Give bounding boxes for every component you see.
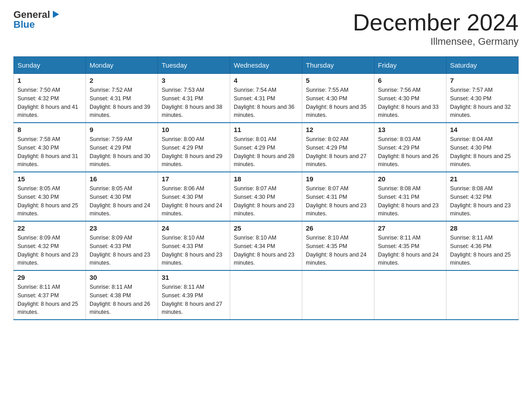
day-number: 10 [162,126,226,133]
calendar-cell: 11 Sunrise: 8:01 AMSunset: 4:29 PMDaylig… [230,123,302,172]
calendar-cell: 8 Sunrise: 7:58 AMSunset: 4:30 PMDayligh… [14,123,86,172]
col-monday: Monday [86,57,158,74]
calendar-cell: 9 Sunrise: 7:59 AMSunset: 4:29 PMDayligh… [86,123,158,172]
day-info: Sunrise: 8:02 AMSunset: 4:29 PMDaylight:… [306,136,367,167]
title-block: December 2024 Illmensee, Germany [353,9,519,47]
calendar-cell: 2 Sunrise: 7:52 AMSunset: 4:31 PMDayligh… [86,74,158,123]
day-number: 24 [162,224,226,232]
col-wednesday: Wednesday [230,57,302,74]
day-number: 7 [450,77,515,84]
day-number: 4 [234,77,298,84]
day-info: Sunrise: 8:10 AMSunset: 4:35 PMDaylight:… [306,235,367,266]
day-number: 26 [306,224,370,232]
calendar-cell: 10 Sunrise: 8:00 AMSunset: 4:29 PMDaylig… [158,123,230,172]
day-number: 11 [234,126,298,133]
day-info: Sunrise: 8:04 AMSunset: 4:30 PMDaylight:… [450,136,511,167]
day-number: 20 [378,175,442,183]
calendar-cell [230,270,302,320]
day-number: 21 [450,175,515,183]
logo-text-blue: Blue [13,19,35,30]
calendar-cell: 23 Sunrise: 8:09 AMSunset: 4:33 PMDaylig… [86,221,158,270]
day-number: 28 [450,224,515,232]
day-number: 15 [17,175,82,183]
day-number: 23 [90,224,154,232]
day-number: 29 [17,274,82,281]
day-info: Sunrise: 8:05 AMSunset: 4:30 PMDaylight:… [90,185,150,217]
day-number: 22 [17,224,82,232]
day-info: Sunrise: 7:59 AMSunset: 4:29 PMDaylight:… [90,136,150,167]
day-number: 1 [17,77,82,84]
calendar-cell: 29 Sunrise: 8:11 AMSunset: 4:37 PMDaylig… [14,270,86,320]
location: Illmensee, Germany [353,36,519,47]
day-info: Sunrise: 7:56 AMSunset: 4:30 PMDaylight:… [378,87,439,118]
calendar-cell: 17 Sunrise: 8:06 AMSunset: 4:30 PMDaylig… [158,172,230,221]
day-info: Sunrise: 8:00 AMSunset: 4:29 PMDaylight:… [162,136,223,167]
col-sunday: Sunday [14,57,86,74]
calendar-cell: 18 Sunrise: 8:07 AMSunset: 4:30 PMDaylig… [230,172,302,221]
col-saturday: Saturday [446,57,519,74]
calendar-cell: 21 Sunrise: 8:08 AMSunset: 4:32 PMDaylig… [446,172,519,221]
calendar-row-1: 1 Sunrise: 7:50 AMSunset: 4:32 PMDayligh… [14,74,519,123]
day-number: 9 [90,126,154,133]
calendar-row-4: 22 Sunrise: 8:09 AMSunset: 4:32 PMDaylig… [14,221,519,270]
calendar-cell: 28 Sunrise: 8:11 AMSunset: 4:36 PMDaylig… [446,221,519,270]
col-thursday: Thursday [302,57,374,74]
calendar-row-5: 29 Sunrise: 8:11 AMSunset: 4:37 PMDaylig… [14,270,519,320]
day-number: 14 [450,126,515,133]
day-info: Sunrise: 8:11 AMSunset: 4:39 PMDaylight:… [162,284,223,315]
day-info: Sunrise: 8:11 AMSunset: 4:38 PMDaylight:… [90,284,150,315]
day-number: 2 [90,77,154,84]
calendar-cell: 5 Sunrise: 7:55 AMSunset: 4:30 PMDayligh… [302,74,374,123]
day-info: Sunrise: 8:07 AMSunset: 4:30 PMDaylight:… [234,185,295,217]
col-friday: Friday [374,57,446,74]
day-info: Sunrise: 7:55 AMSunset: 4:30 PMDaylight:… [306,87,367,118]
calendar-row-2: 8 Sunrise: 7:58 AMSunset: 4:30 PMDayligh… [14,123,519,172]
logo-arrow-icon [51,9,61,19]
calendar-cell: 31 Sunrise: 8:11 AMSunset: 4:39 PMDaylig… [158,270,230,320]
day-info: Sunrise: 8:10 AMSunset: 4:34 PMDaylight:… [234,235,295,266]
day-number: 6 [378,77,442,84]
calendar-cell: 19 Sunrise: 8:07 AMSunset: 4:31 PMDaylig… [302,172,374,221]
day-info: Sunrise: 8:03 AMSunset: 4:29 PMDaylight:… [378,136,439,167]
day-number: 30 [90,274,154,281]
day-info: Sunrise: 8:09 AMSunset: 4:33 PMDaylight:… [90,235,150,266]
calendar-cell: 25 Sunrise: 8:10 AMSunset: 4:34 PMDaylig… [230,221,302,270]
day-number: 25 [234,224,298,232]
day-number: 27 [378,224,442,232]
calendar-cell: 13 Sunrise: 8:03 AMSunset: 4:29 PMDaylig… [374,123,446,172]
day-number: 3 [162,77,226,84]
day-info: Sunrise: 7:54 AMSunset: 4:31 PMDaylight:… [234,87,295,118]
calendar-table: Sunday Monday Tuesday Wednesday Thursday… [13,56,519,320]
day-info: Sunrise: 8:08 AMSunset: 4:32 PMDaylight:… [450,185,511,217]
day-number: 31 [162,274,226,281]
day-number: 12 [306,126,370,133]
calendar-cell: 7 Sunrise: 7:57 AMSunset: 4:30 PMDayligh… [446,74,519,123]
day-info: Sunrise: 8:07 AMSunset: 4:31 PMDaylight:… [306,185,367,217]
calendar-cell: 14 Sunrise: 8:04 AMSunset: 4:30 PMDaylig… [446,123,519,172]
calendar-cell: 15 Sunrise: 8:05 AMSunset: 4:30 PMDaylig… [14,172,86,221]
month-title: December 2024 [353,9,519,36]
day-info: Sunrise: 8:06 AMSunset: 4:30 PMDaylight:… [162,185,223,217]
day-info: Sunrise: 8:10 AMSunset: 4:33 PMDaylight:… [162,235,223,266]
day-info: Sunrise: 7:52 AMSunset: 4:31 PMDaylight:… [90,87,150,118]
page-header: General Blue December 2024 Illmensee, Ge… [13,9,519,47]
day-info: Sunrise: 7:58 AMSunset: 4:30 PMDaylight:… [17,136,78,167]
calendar-cell: 30 Sunrise: 8:11 AMSunset: 4:38 PMDaylig… [86,270,158,320]
day-info: Sunrise: 8:11 AMSunset: 4:35 PMDaylight:… [378,235,439,266]
calendar-cell: 22 Sunrise: 8:09 AMSunset: 4:32 PMDaylig… [14,221,86,270]
day-info: Sunrise: 7:53 AMSunset: 4:31 PMDaylight:… [162,87,223,118]
calendar-cell: 27 Sunrise: 8:11 AMSunset: 4:35 PMDaylig… [374,221,446,270]
calendar-cell [302,270,374,320]
day-number: 13 [378,126,442,133]
calendar-cell: 16 Sunrise: 8:05 AMSunset: 4:30 PMDaylig… [86,172,158,221]
calendar-header-row: Sunday Monday Tuesday Wednesday Thursday… [14,57,519,74]
day-info: Sunrise: 8:01 AMSunset: 4:29 PMDaylight:… [234,136,295,167]
day-number: 17 [162,175,226,183]
day-number: 5 [306,77,370,84]
day-number: 16 [90,175,154,183]
day-info: Sunrise: 8:11 AMSunset: 4:36 PMDaylight:… [450,235,511,266]
svg-marker-0 [53,11,59,18]
day-info: Sunrise: 8:05 AMSunset: 4:30 PMDaylight:… [17,185,78,217]
day-info: Sunrise: 8:08 AMSunset: 4:31 PMDaylight:… [378,185,439,217]
day-info: Sunrise: 8:11 AMSunset: 4:37 PMDaylight:… [17,284,78,315]
